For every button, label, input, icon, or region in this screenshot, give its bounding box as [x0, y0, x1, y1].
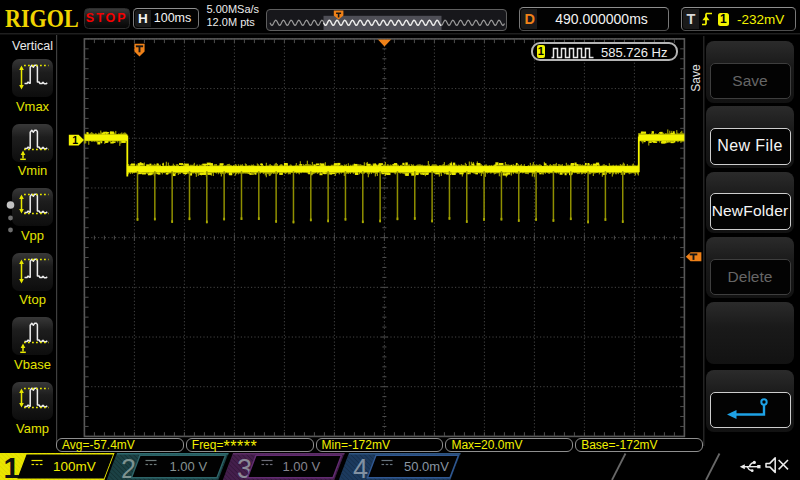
svg-text:4: 4: [353, 454, 368, 480]
svg-text:100mV: 100mV: [53, 459, 96, 474]
svg-text:1.00 V: 1.00 V: [170, 459, 208, 474]
svg-text:1: 1: [72, 134, 78, 146]
svg-text:1: 1: [4, 453, 20, 480]
svg-text:1.00 V: 1.00 V: [283, 459, 321, 474]
svg-text:50.0mV: 50.0mV: [404, 459, 449, 474]
